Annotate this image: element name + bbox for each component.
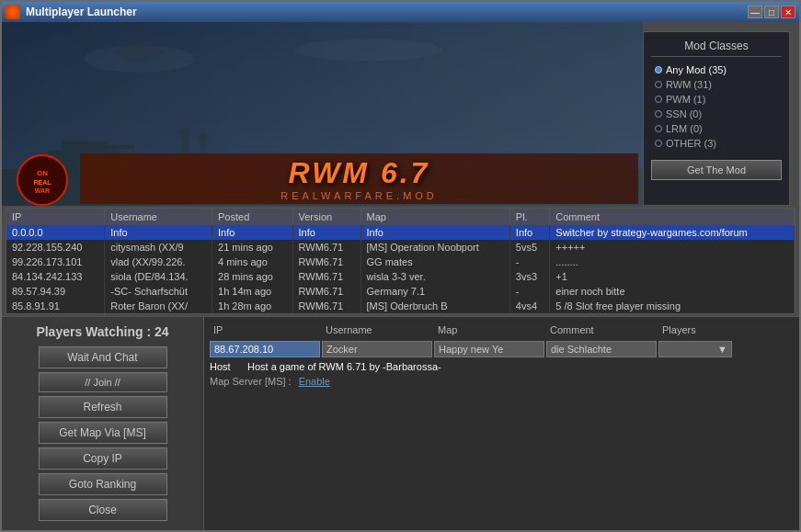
cell-pl: - xyxy=(509,255,549,269)
mod-radio-other xyxy=(655,140,662,147)
window-title: Multiplayer Launcher xyxy=(26,6,742,18)
svg-point-16 xyxy=(199,132,208,141)
top-section: ON REAL WAR RWM 6.7 REALWARFARE.MOD Mod … xyxy=(2,22,799,206)
join-button[interactable]: // Join // xyxy=(39,372,167,392)
svg-text:REAL: REAL xyxy=(33,179,51,186)
host-info-text: Host a game of RWM 6.71 by -Barbarossa- xyxy=(247,361,441,372)
dropdown-arrow-icon: ▼ xyxy=(717,344,727,355)
left-panel: Players Watching : 24 Wait And Chat // J… xyxy=(2,317,204,530)
mod-panel: Mod Classes Any Mod (35) RWM (31) PWM (1… xyxy=(643,31,790,206)
mod-option-lrm[interactable]: LRM (0) xyxy=(651,121,782,136)
mod-option-ssn[interactable]: SSN (0) xyxy=(651,107,782,121)
cell-username: vlad (XX/99.226. xyxy=(105,255,212,269)
mod-radio-rwm xyxy=(655,81,662,88)
detail-ip-input[interactable] xyxy=(210,341,320,357)
table-row[interactable]: 0.0.0.0 Info Info Info Info Info Switche… xyxy=(6,225,795,240)
col-posted: Posted xyxy=(212,209,292,225)
minimize-button[interactable]: — xyxy=(748,6,762,18)
svg-text:ON: ON xyxy=(37,169,48,177)
cell-ip: 85.8.91.91 xyxy=(6,299,105,313)
table-row[interactable]: 84.134.242.133 siola (DE/84.134. 28 mins… xyxy=(6,269,795,284)
cell-ip: 0.0.0.0 xyxy=(6,225,105,240)
server-table: IP Username Posted Version Map Pl. Comme… xyxy=(6,209,795,313)
rwm-circular-logo: ON REAL WAR xyxy=(16,153,69,206)
cell-username: citysmash (XX/9 xyxy=(105,240,212,255)
cell-map: [MS] Oderbruch B xyxy=(360,299,509,313)
right-panel: IP Username Map Comment Players ▼ xyxy=(204,317,799,530)
cell-version: RWM6.71 xyxy=(292,255,360,269)
detail-comment-input[interactable] xyxy=(546,341,657,357)
bottom-section: Players Watching : 24 Wait And Chat // J… xyxy=(2,316,799,530)
cell-comment: Switcher by strategy-wargames.com/forum xyxy=(550,225,795,240)
cell-posted: Info xyxy=(212,225,292,240)
refresh-button[interactable]: Refresh xyxy=(39,396,167,418)
copy-ip-button[interactable]: Copy IP xyxy=(39,447,167,470)
detail-col-comment: Comment xyxy=(546,323,657,337)
svg-point-12 xyxy=(179,127,190,138)
cell-comment: +1 xyxy=(550,269,795,284)
col-username: Username xyxy=(105,209,212,225)
get-map-button[interactable]: Get Map Via [MS] xyxy=(39,422,167,444)
wait-chat-button[interactable]: Wait And Chat xyxy=(39,346,167,368)
cell-username: Roter Baron (XX/ xyxy=(105,299,212,313)
cell-pl: - xyxy=(509,284,549,299)
cell-ip: 89.57.94.39 xyxy=(6,284,105,299)
detail-players-dropdown[interactable]: ▼ xyxy=(658,341,732,357)
main-content: ON REAL WAR RWM 6.7 REALWARFARE.MOD Mod … xyxy=(2,22,799,530)
mod-radio-any xyxy=(655,66,662,74)
svg-text:WAR: WAR xyxy=(35,187,50,194)
table-row[interactable]: 89.57.94.39 -SC- Scharfschüt 1h 14m ago … xyxy=(6,284,795,299)
maximize-button[interactable]: □ xyxy=(764,6,779,18)
close-button[interactable]: Close xyxy=(39,499,167,521)
logo-text: RWM 6.7 xyxy=(289,156,430,190)
logo-subtext: REALWARFARE.MOD xyxy=(280,190,438,201)
goto-ranking-button[interactable]: Goto Ranking xyxy=(39,473,167,495)
col-comment: Comment xyxy=(550,209,795,225)
banner-area: ON REAL WAR RWM 6.7 REALWARFARE.MOD xyxy=(2,22,643,206)
mod-option-rwm[interactable]: RWM (31) xyxy=(651,77,782,92)
cell-map: GG mates xyxy=(360,255,509,269)
cell-version: RWM6.71 xyxy=(292,284,360,299)
mod-option-pwm[interactable]: PWM (1) xyxy=(651,92,782,107)
app-icon xyxy=(6,5,20,19)
svg-rect-9 xyxy=(98,145,135,150)
cell-version: RWM6.71 xyxy=(292,299,360,313)
detail-data-row: ▼ xyxy=(210,341,794,357)
detail-username-input[interactable] xyxy=(322,341,432,357)
cell-map: [MS] Operation Noobport xyxy=(360,240,509,255)
cell-posted: 21 mins ago xyxy=(212,240,292,255)
mod-radio-pwm xyxy=(655,96,662,103)
cell-map: Germany 7.1 xyxy=(360,284,509,299)
cell-posted: 4 mins ago xyxy=(212,255,292,269)
cell-pl: 5vs5 xyxy=(509,240,549,255)
table-row[interactable]: 92.228.155.240 citysmash (XX/9 21 mins a… xyxy=(6,240,795,255)
cell-comment: +++++ xyxy=(550,240,795,255)
col-ip: IP xyxy=(6,209,105,225)
cell-username: siola (DE/84.134. xyxy=(105,269,212,284)
cell-version: RWM6.71 xyxy=(292,240,360,255)
cell-pl: 4vs4 xyxy=(509,299,549,313)
map-server-enable-link[interactable]: Enable xyxy=(299,376,330,387)
detail-col-username: Username xyxy=(322,323,432,337)
mod-radio-ssn xyxy=(655,110,662,118)
detail-col-ip: IP xyxy=(210,323,320,337)
table-row[interactable]: 99.226.173.101 vlad (XX/99.226. 4 mins a… xyxy=(6,255,795,269)
cell-pl: Info xyxy=(509,225,549,240)
detail-header: IP Username Map Comment Players xyxy=(210,323,794,337)
cell-posted: 28 mins ago xyxy=(212,269,292,284)
cell-username: -SC- Scharfschüt xyxy=(105,284,212,299)
detail-col-map: Map xyxy=(434,323,544,337)
col-pl: Pl. xyxy=(509,209,549,225)
mod-option-any[interactable]: Any Mod (35) xyxy=(651,62,782,77)
get-mod-button[interactable]: Get The Mod xyxy=(651,160,782,180)
mod-radio-lrm xyxy=(655,125,662,132)
detail-map-input[interactable] xyxy=(434,341,544,357)
cell-map: Info xyxy=(360,225,509,240)
table-row[interactable]: 85.8.91.91 Roter Baron (XX/ 1h 28m ago R… xyxy=(6,299,795,313)
titlebar: Multiplayer Launcher — □ ✕ xyxy=(2,2,799,22)
mod-option-other[interactable]: OTHER (3) xyxy=(651,136,782,151)
cell-posted: 1h 28m ago xyxy=(212,299,292,313)
close-window-button[interactable]: ✕ xyxy=(781,6,795,18)
col-map: Map xyxy=(360,209,509,225)
cell-comment: einer noch bitte xyxy=(550,284,795,299)
